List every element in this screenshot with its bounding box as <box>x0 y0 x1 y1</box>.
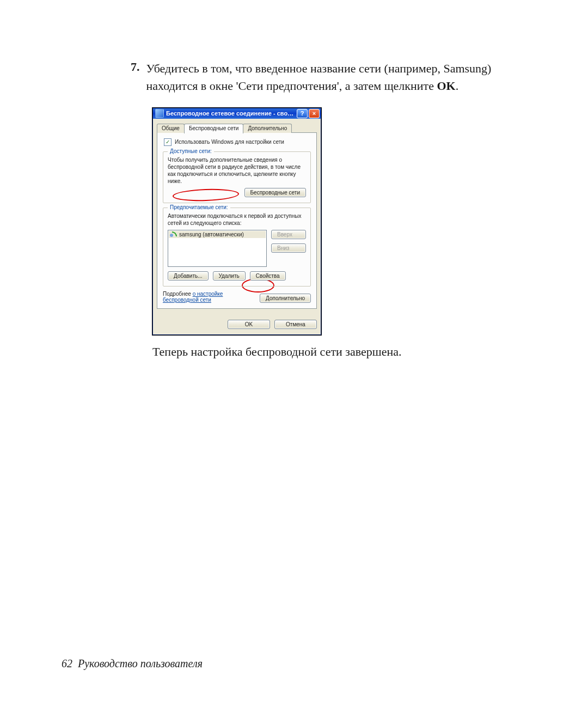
preferred-listbox[interactable]: samsung (автоматически) <box>168 230 267 267</box>
dialog-titlebar: Беспроводное сетевое соединение - свой..… <box>153 108 321 119</box>
ok-bold: OK <box>437 79 455 93</box>
tab-panel-wireless: ✓ Использовать Windows для настройки сет… <box>157 132 317 309</box>
available-text: Чтобы получить дополнительные сведения о… <box>168 156 306 185</box>
wifi-network-icon <box>170 231 177 237</box>
preferred-text: Автоматически подключаться к первой из д… <box>168 212 306 227</box>
tab-strip: Общие Беспроводные сети Дополнительно <box>157 122 317 133</box>
closing-text: Теперь настройка беспроводной сети завер… <box>152 345 539 359</box>
step-7: 7. Убедитесь в том, что введенное назван… <box>131 60 539 95</box>
use-windows-label: Использовать Windows для настройки сети <box>175 139 284 145</box>
list-item-label: samsung (автоматически) <box>179 231 244 237</box>
checkbox-icon[interactable]: ✓ <box>164 138 171 146</box>
move-up-button[interactable]: Вверх <box>271 230 306 239</box>
cancel-button[interactable]: Отмена <box>274 320 317 329</box>
document-page: 7. Убедитесь в том, что введенное назван… <box>0 0 588 713</box>
preferred-legend: Предпочитаемые сети: <box>168 204 230 210</box>
ok-button[interactable]: OK <box>228 320 270 329</box>
properties-button[interactable]: Свойства <box>250 271 286 281</box>
step-text-c: . <box>456 79 459 93</box>
step-text: Убедитесь в том, что введенное название … <box>146 60 540 95</box>
step-number: 7. <box>131 60 140 74</box>
move-buttons: Вверх Вниз <box>271 230 306 253</box>
view-wireless-networks-button[interactable]: Беспроводные сети <box>244 188 306 197</box>
move-down-button[interactable]: Вниз <box>271 243 306 253</box>
tab-general[interactable]: Общие <box>157 124 185 133</box>
advanced-link-row: Подробнее о настройке беспроводной сети … <box>163 291 311 303</box>
dialog-title: Беспроводное сетевое соединение - свой..… <box>166 110 296 117</box>
tab-wireless[interactable]: Беспроводные сети <box>184 124 243 133</box>
screenshot-dialog-wrap: Беспроводное сетевое соединение - свой..… <box>152 108 539 335</box>
titlebar-close-button[interactable]: × <box>309 109 320 118</box>
dialog-body: Общие Беспроводные сети Дополнительно ✓ … <box>153 119 321 314</box>
footer-label: Руководство пользователя <box>78 657 203 669</box>
page-number: 62 <box>62 657 72 669</box>
use-windows-row[interactable]: ✓ Использовать Windows для настройки сет… <box>164 138 311 146</box>
preferred-networks-fieldset: Предпочитаемые сети: Автоматически подкл… <box>163 208 311 287</box>
learn-more-text: Подробнее о настройке беспроводной сети <box>163 291 260 303</box>
preferred-row: samsung (автоматически) Вверх Вниз <box>168 230 306 267</box>
add-button[interactable]: Добавить... <box>168 271 209 281</box>
page-footer: 62 Руководство пользователя <box>62 657 203 670</box>
titlebar-help-button[interactable]: ? <box>297 109 308 118</box>
wireless-icon <box>155 109 164 118</box>
available-legend: Доступные сети: <box>168 148 214 154</box>
available-networks-fieldset: Доступные сети: Чтобы получить дополните… <box>163 151 311 203</box>
list-item[interactable]: samsung (автоматически) <box>169 231 266 238</box>
wireless-properties-dialog: Беспроводное сетевое соединение - свой..… <box>152 108 321 335</box>
tab-advanced[interactable]: Дополнительно <box>243 124 292 133</box>
pref-action-buttons: Добавить... Удалить Свойства <box>168 271 306 281</box>
dialog-footer: OK Отмена <box>153 314 321 334</box>
advanced-button[interactable]: Дополнительно <box>260 294 311 303</box>
remove-button[interactable]: Удалить <box>213 271 246 281</box>
